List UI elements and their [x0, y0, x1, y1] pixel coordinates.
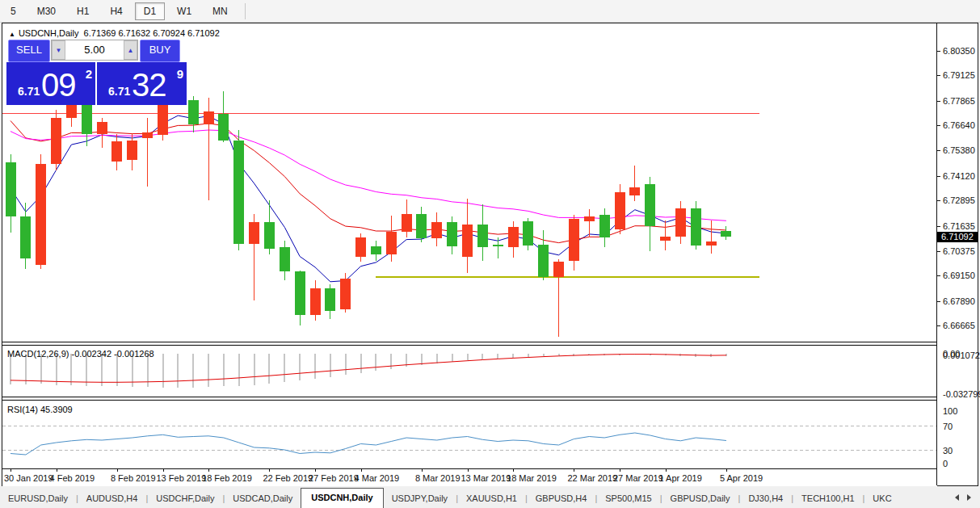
tab-ukc[interactable]: UKC	[864, 489, 899, 508]
timeframe-button-h4[interactable]: H4	[101, 2, 131, 20]
volume-decrease-icon[interactable]: ▼	[52, 40, 65, 60]
candle-body[interactable]	[523, 221, 533, 246]
candle-body[interactable]	[629, 187, 640, 195]
candle-body[interactable]	[508, 227, 519, 247]
candle-body[interactable]	[20, 216, 31, 258]
candle-body[interactable]	[280, 247, 290, 271]
tab-scroll-right-icon[interactable]	[967, 494, 971, 501]
buy-price-big: 32	[132, 67, 166, 103]
tab-eurusd-daily[interactable]: EURUSD,Daily	[0, 489, 76, 508]
candle-body[interactable]	[599, 215, 610, 237]
macd-histogram-bar	[452, 354, 453, 362]
tab-tech100-h1[interactable]: TECH100,H1	[793, 489, 862, 508]
tab-gbpusd-h4[interactable]: GBPUSD,H4	[528, 489, 595, 508]
candle-body[interactable]	[447, 222, 457, 246]
tab-sp500-m15[interactable]: SP500,M15	[597, 489, 659, 508]
candle-body[interactable]	[142, 132, 153, 138]
tab-gbpusd-daily[interactable]: GBPUSD,Daily	[662, 489, 738, 508]
buy-price-prefix: 6.71	[108, 85, 130, 98]
macd-histogram-bar	[254, 354, 255, 385]
candle-body[interactable]	[6, 162, 16, 216]
price-tick	[937, 301, 940, 302]
candle-body[interactable]	[310, 288, 321, 314]
candle-body[interactable]	[584, 216, 595, 221]
candle-body[interactable]	[675, 208, 686, 237]
candle-body[interactable]	[325, 288, 335, 310]
timeframe-button-m30[interactable]: M30	[28, 2, 65, 20]
macd-axis-label: 0.001072	[943, 351, 980, 360]
timeframe-button-mn[interactable]: MN	[204, 2, 237, 20]
volume-value[interactable]: 5.00	[65, 40, 124, 60]
buy-price-pip: 9	[177, 67, 183, 81]
tab-audusd-h4[interactable]: AUDUSD,H4	[78, 489, 146, 508]
collapse-panel-icon[interactable]: ▲	[9, 31, 15, 38]
tab-usdjpy-daily[interactable]: USDJPY,Daily	[384, 489, 456, 508]
candle-body[interactable]	[553, 262, 564, 277]
candle-body[interactable]	[706, 241, 717, 246]
candle-body[interactable]	[264, 222, 275, 248]
candle-body[interactable]	[188, 100, 199, 124]
candle-body[interactable]	[233, 141, 244, 244]
candle-body[interactable]	[340, 279, 351, 310]
candle-body[interactable]	[204, 111, 214, 124]
tab-scroll-left-icon[interactable]	[955, 494, 959, 501]
date-axis[interactable]: 30 Jan 20194 Feb 20198 Feb 201913 Feb 20…	[2, 468, 937, 486]
candle-body[interactable]	[477, 225, 488, 247]
candle-body[interactable]	[249, 222, 259, 243]
tab-usdcnh-daily[interactable]: USDCNH,Daily	[301, 488, 383, 508]
macd-histogram-bar	[528, 354, 529, 357]
candle-body[interactable]	[462, 225, 473, 257]
candle-body[interactable]	[36, 164, 46, 264]
timeframe-button-d1[interactable]: D1	[135, 2, 165, 20]
date-tick	[208, 469, 209, 472]
candle-body[interactable]	[660, 237, 671, 241]
timeframe-toolbar: 5M30H1H4D1W1MN	[0, 0, 980, 23]
rsi-pane-canvas[interactable]	[2, 401, 937, 468]
tab-usdchf-daily[interactable]: USDCHF,Daily	[148, 489, 222, 508]
macd-histogram-bar	[177, 354, 179, 388]
volume-increase-icon[interactable]: ▲	[124, 40, 137, 60]
candle-body[interactable]	[386, 232, 397, 255]
macd-histogram-bar	[299, 354, 301, 380]
macd-histogram-bar	[543, 354, 545, 357]
timeframe-button-w1[interactable]: W1	[168, 2, 200, 20]
candle-body[interactable]	[402, 214, 412, 231]
tab-dj30-h4[interactable]: DJ30,H4	[740, 489, 791, 508]
date-tick	[269, 469, 270, 472]
buy-button[interactable]: BUY	[140, 40, 180, 62]
candle-body[interactable]	[721, 231, 731, 237]
macd-histogram-bar	[345, 354, 347, 375]
price-axis-label: 6.71635	[943, 221, 975, 231]
sell-button[interactable]: SELL	[8, 40, 50, 62]
candle-body[interactable]	[691, 208, 701, 246]
price-axis[interactable]: 6.803506.791256.778656.766406.753806.741…	[936, 23, 978, 485]
chart-window: 30 Jan 20194 Feb 20198 Feb 201913 Feb 20…	[2, 23, 978, 486]
candle-body[interactable]	[538, 245, 549, 277]
candle-body[interactable]	[416, 214, 427, 238]
candle-body[interactable]	[355, 237, 366, 257]
candle-body[interactable]	[111, 141, 122, 162]
date-tick	[620, 469, 620, 472]
macd-histogram-bar	[482, 354, 483, 359]
macd-axis-label: -0.032799	[943, 389, 980, 399]
candle-body[interactable]	[493, 245, 503, 246]
sell-price-box[interactable]: 6.71 09 2	[6, 62, 95, 105]
candle-body[interactable]	[371, 246, 381, 254]
candle-body[interactable]	[645, 184, 655, 227]
buy-price-box[interactable]: 6.71 32 9	[97, 62, 187, 105]
candle-body[interactable]	[295, 271, 305, 314]
date-tick	[117, 469, 118, 472]
candle-body[interactable]	[218, 114, 229, 140]
candle-body[interactable]	[615, 192, 625, 229]
candle-body[interactable]	[127, 141, 137, 161]
timeframe-button-5[interactable]: 5	[2, 2, 25, 20]
price-tick	[937, 150, 940, 151]
macd-label: MACD(12,26,9) -0.002342 -0.001268	[7, 349, 154, 359]
candle-body[interactable]	[569, 219, 579, 261]
candle-body[interactable]	[431, 222, 442, 238]
candle-body[interactable]	[97, 122, 107, 134]
tab-usdcad-daily[interactable]: USDCAD,Daily	[225, 489, 301, 508]
timeframe-button-h1[interactable]: H1	[68, 2, 98, 20]
tab-xauusd-h1[interactable]: XAUUSD,H1	[458, 489, 525, 508]
candle-body[interactable]	[51, 118, 61, 164]
